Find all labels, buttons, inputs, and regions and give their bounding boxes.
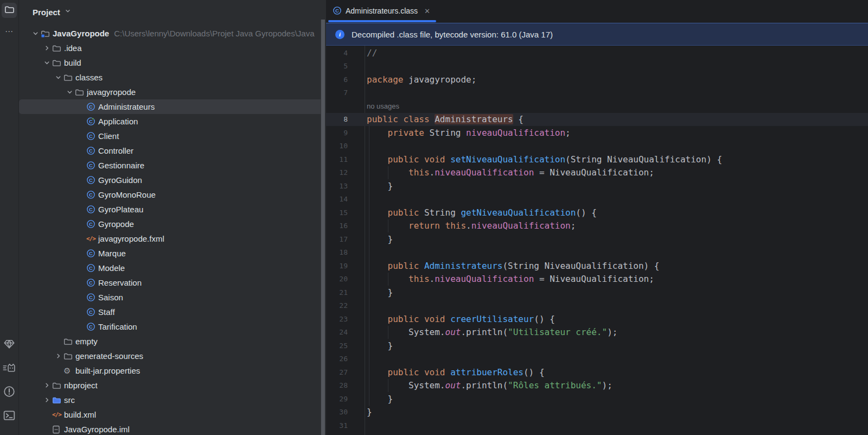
line-number[interactable]: 29 xyxy=(326,395,365,403)
line-number[interactable]: 26 xyxy=(326,355,365,363)
line-number[interactable]: 31 xyxy=(326,421,365,430)
code-line-25[interactable]: 25 } xyxy=(326,339,868,352)
terminal-tool-button[interactable] xyxy=(3,409,16,423)
code-line-26[interactable]: 26 xyxy=(326,352,868,366)
line-number[interactable]: 7 xyxy=(326,89,365,97)
code-line-15[interactable]: 15 public String getNiveauQualification(… xyxy=(326,206,868,219)
line-number[interactable]: 23 xyxy=(326,315,365,323)
tree-item-controller[interactable]: CController xyxy=(19,143,324,158)
tree-item-javagyropode-iml[interactable]: JavaGyropode.iml xyxy=(19,422,324,435)
code-line-13[interactable]: 13 } xyxy=(326,179,868,193)
tree-item-build-xml[interactable]: </>build.xml xyxy=(19,407,324,422)
project-panel-scrollbar[interactable] xyxy=(321,20,325,435)
tree-item-javagyropode-fxml[interactable]: </>javagyropode.fxml xyxy=(19,231,324,246)
tree-item-build[interactable]: build xyxy=(19,55,324,70)
tree-item-marque[interactable]: CMarque xyxy=(19,246,324,261)
line-number[interactable]: 12 xyxy=(326,168,365,176)
tree-item-classes[interactable]: classes xyxy=(19,70,324,85)
line-number[interactable]: 4 xyxy=(326,49,365,57)
chevron-right-icon[interactable] xyxy=(41,396,52,405)
tree-item-tarification[interactable]: CTarification xyxy=(19,319,324,334)
line-number[interactable]: 5 xyxy=(326,62,365,70)
code-line-8[interactable]: 8public class Administrateurs { xyxy=(326,113,868,127)
code-editor[interactable]: 4//56package javagyropode;7no usages8pub… xyxy=(326,46,868,435)
tree-item-application[interactable]: CApplication xyxy=(19,114,324,129)
code-line-7[interactable]: 7 xyxy=(326,86,868,100)
tree-item-gyroplateau[interactable]: CGyroPlateau xyxy=(19,202,324,217)
line-number[interactable]: 19 xyxy=(326,262,365,270)
project-tool-button[interactable] xyxy=(2,3,17,18)
chevron-down-icon[interactable] xyxy=(53,73,63,82)
line-number[interactable]: 22 xyxy=(326,301,365,310)
line-number[interactable]: 17 xyxy=(326,235,365,243)
diamond-tool-button[interactable] xyxy=(3,338,16,351)
code-line-28[interactable]: 28 System.out.println("Rôles attribués."… xyxy=(326,379,868,393)
code-line-14[interactable]: 14 xyxy=(326,193,868,206)
chevron-down-icon[interactable] xyxy=(64,88,75,97)
project-panel-header[interactable]: Project xyxy=(19,0,326,24)
code-line-11[interactable]: 11 public void setNiveauQualification(St… xyxy=(326,153,868,166)
tree-item-gyroguidon[interactable]: CGyroGuidon xyxy=(19,173,324,187)
line-number[interactable]: 18 xyxy=(326,248,365,256)
line-number[interactable]: 6 xyxy=(326,75,365,84)
line-number[interactable]: 11 xyxy=(326,155,365,163)
more-tool-windows-button[interactable]: ⋯ xyxy=(5,27,14,36)
tree-item-saison[interactable]: CSaison xyxy=(19,290,324,305)
tree-item-staff[interactable]: CStaff xyxy=(19,305,324,319)
chevron-right-icon[interactable] xyxy=(41,44,52,53)
code-line-29[interactable]: 29 } xyxy=(326,392,868,406)
line-number[interactable]: 25 xyxy=(326,342,365,350)
line-number[interactable]: 30 xyxy=(326,408,365,416)
tree-item-nbproject[interactable]: nbproject xyxy=(19,378,324,393)
line-number[interactable]: 21 xyxy=(326,288,365,297)
tab-close-icon[interactable]: ✕ xyxy=(424,7,430,16)
tree-item-gyropode[interactable]: CGyropode xyxy=(19,217,324,231)
tree-item-modele[interactable]: CModele xyxy=(19,261,324,275)
tab-administrateurs-class[interactable]: C Administrateurs.class ✕ xyxy=(327,0,437,23)
tree-item-gestionnaire[interactable]: CGestionnaire xyxy=(19,158,324,173)
code-line-23[interactable]: 23 public void creerUtilisateur() { xyxy=(326,312,868,326)
code-line-10[interactable]: 10 xyxy=(326,140,868,153)
usages-hint-text[interactable]: no usages xyxy=(365,102,399,110)
tree-item-javagyropode[interactable]: javagyropode xyxy=(19,85,324,99)
line-number[interactable]: 27 xyxy=(326,368,365,376)
tree-item-gyromonoroue[interactable]: CGyroMonoRoue xyxy=(19,187,324,202)
line-number[interactable]: 24 xyxy=(326,328,365,336)
line-number[interactable]: 14 xyxy=(326,195,365,203)
tree-item-built-jar-properties[interactable]: ⚙built-jar.properties xyxy=(19,363,324,378)
line-number[interactable]: 13 xyxy=(326,182,365,190)
problems-tool-button[interactable] xyxy=(3,386,16,399)
tree-item-generated-sources[interactable]: generated-sources xyxy=(19,349,324,363)
line-number[interactable]: 20 xyxy=(326,275,365,283)
chevron-right-icon[interactable] xyxy=(41,381,52,390)
chevron-down-icon[interactable] xyxy=(30,29,41,38)
code-line-22[interactable]: 22 xyxy=(326,299,868,313)
code-line-27[interactable]: 27 public void attribuerRoles() { xyxy=(326,365,868,379)
code-line-16[interactable]: 16 return this.niveauQualification; xyxy=(326,219,868,233)
code-line-30[interactable]: 30} xyxy=(326,406,868,419)
code-line-6[interactable]: 6package javagyropode; xyxy=(326,73,868,86)
tree-item-src[interactable]: src xyxy=(19,393,324,407)
usages-hint-line[interactable]: no usages xyxy=(326,99,868,113)
tree-item--idea[interactable]: .idea xyxy=(19,41,324,55)
line-number[interactable]: 16 xyxy=(326,222,365,230)
code-line-19[interactable]: 19 public Administrateurs(String NiveauQ… xyxy=(326,259,868,273)
tree-item-empty[interactable]: empty xyxy=(19,334,324,349)
code-line-4[interactable]: 4// xyxy=(326,46,868,60)
line-number[interactable]: 15 xyxy=(326,209,365,217)
code-line-31[interactable]: 31 xyxy=(326,419,868,432)
chevron-down-icon[interactable] xyxy=(41,59,52,67)
code-line-5[interactable]: 5 xyxy=(326,60,868,73)
line-number[interactable]: 9 xyxy=(326,129,365,137)
dashing-cat-tool-button[interactable] xyxy=(3,362,16,375)
line-number[interactable]: 10 xyxy=(326,142,365,150)
code-line-20[interactable]: 20 this.niveauQualification = NiveauQual… xyxy=(326,273,868,286)
tree-item-administrateurs[interactable]: CAdministrateurs xyxy=(19,99,324,114)
code-line-12[interactable]: 12 this.niveauQualification = NiveauQual… xyxy=(326,166,868,180)
code-line-17[interactable]: 17 } xyxy=(326,232,868,246)
tree-item-client[interactable]: CClient xyxy=(19,129,324,143)
chevron-right-icon[interactable] xyxy=(53,352,63,361)
code-line-18[interactable]: 18 xyxy=(326,246,868,260)
tree-item-reservation[interactable]: CReservation xyxy=(19,275,324,290)
code-line-21[interactable]: 21 } xyxy=(326,286,868,299)
